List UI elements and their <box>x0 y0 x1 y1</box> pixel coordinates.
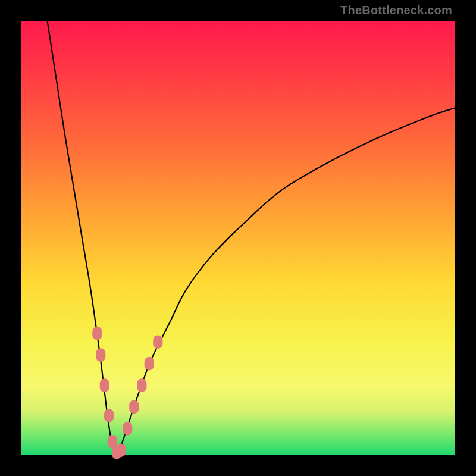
highlight-markers <box>92 327 162 459</box>
highlight-marker <box>123 422 132 436</box>
highlight-marker <box>104 409 114 422</box>
highlight-marker <box>153 335 162 349</box>
chart-frame: TheBottleneck.com <box>0 0 476 476</box>
highlight-marker <box>92 327 102 340</box>
highlight-marker <box>96 348 105 362</box>
highlight-marker <box>100 378 109 392</box>
watermark-text: TheBottleneck.com <box>340 4 452 17</box>
plot-area <box>21 21 455 455</box>
highlight-marker <box>145 357 154 371</box>
highlight-marker <box>129 400 139 414</box>
highlight-marker <box>137 378 146 392</box>
highlight-marker <box>116 443 126 457</box>
chart-svg <box>21 21 455 455</box>
